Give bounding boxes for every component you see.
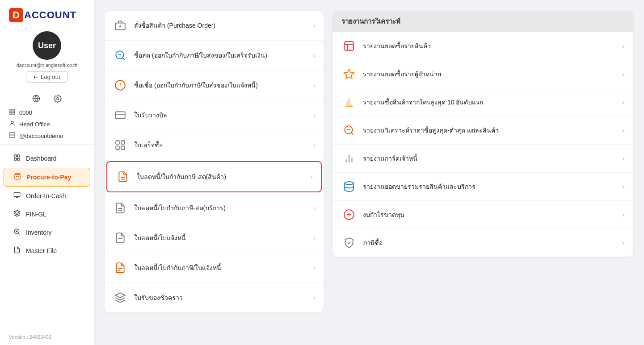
svg-rect-34 — [116, 141, 119, 144]
sidebar-item-label: Master File — [26, 247, 57, 254]
arrow-icon: › — [622, 42, 624, 50]
sidebar-item-dashboard[interactable]: Dashboard — [4, 150, 90, 167]
purchase-order-icon — [113, 18, 128, 33]
svg-rect-32 — [115, 112, 125, 118]
logo-text: ACCOUNT — [24, 9, 76, 21]
svg-point-1 — [57, 98, 59, 100]
credit-note-icon — [113, 230, 128, 245]
report-tax-label: ภาษีซื้อ — [363, 238, 616, 248]
sidebar-item-order-to-cash[interactable]: Order-to-Cash — [4, 187, 90, 205]
arrow-icon: › — [313, 234, 316, 241]
svg-rect-15 — [14, 192, 20, 196]
report-item-supplier-summary[interactable]: รายงานยอดซื้อรายผู้จำหน่าย › — [333, 60, 633, 88]
menu-item-credit-purchase[interactable]: ซื้อเชื่อ (ออกใบกำกับภาษี/ใบส่งของ/ใบแจ้… — [105, 71, 324, 100]
purchase-complete-icon — [113, 137, 128, 153]
purchase-complete-label: ใบเสร็จซื้อ — [134, 140, 307, 150]
arrow-icon: › — [622, 239, 624, 246]
dashboard-icon — [13, 154, 21, 163]
report-item-profit-loss[interactable]: งบกำไรขาดทุน › — [333, 201, 633, 229]
svg-line-52 — [351, 133, 354, 135]
arrow-icon: › — [313, 204, 316, 212]
user-profile-section: User daccount@trianglesoft.co.th ⇠ Log o… — [0, 27, 94, 90]
menu-item-cash-purchase[interactable]: ซื้อสด (ออกใบกำกับภาษี/ใบส่งของ/ใบเสร็จร… — [105, 41, 324, 71]
sidebar-item-master-file[interactable]: Master File — [4, 242, 90, 260]
menu-item-receipt-bill[interactable]: ใบรับวางบิล › — [105, 100, 324, 130]
report-top10-label: รายงานซื้อสินค้าจากใครสูงสุด 10 อันดับแร… — [363, 97, 616, 107]
arrow-icon: › — [313, 52, 316, 59]
arrow-icon: › — [313, 22, 316, 29]
report-supplier-icon — [341, 67, 357, 82]
receipt-bill-icon — [113, 108, 128, 123]
sidebar: D ACCOUNT User daccount@trianglesoft.co.… — [0, 0, 94, 345]
debit-note-product-label: ใบลดหนี้/ใบกำกับภาษี-สด(สินค้า) — [137, 172, 304, 182]
menu-item-temp-receipt[interactable]: ใบรับของชั่วคราว › — [105, 283, 324, 312]
cash-purchase-label: ซื้อสด (ออกใบกำกับภาษี/ใบส่งของ/ใบเสร็จร… — [134, 50, 307, 60]
svg-rect-36 — [116, 146, 119, 150]
sidebar-item-procure-to-pay[interactable]: Procure-to-Pay — [4, 168, 90, 187]
globe-icon-button[interactable] — [30, 92, 42, 105]
inventory-icon — [13, 228, 21, 237]
svg-rect-13 — [17, 158, 20, 160]
report-price-icon — [341, 123, 357, 138]
report-tax-icon — [341, 235, 357, 250]
sidebar-icons-row — [0, 90, 94, 107]
svg-rect-5 — [13, 112, 15, 114]
menu-item-purchase-order[interactable]: สั่งซื้อสินค้า (Purchase Order) › — [105, 11, 324, 41]
svg-rect-12 — [14, 158, 17, 160]
report-item-price-analysis[interactable]: รายงานวิเคราะห์ราคาซื้อสูงสุด-ต่ำสุด แต่… — [333, 116, 633, 145]
debit-note-product-icon — [115, 169, 130, 184]
svg-marker-45 — [115, 293, 125, 298]
report-product-label: รายงานยอดซื้อรายสินค้า — [363, 41, 616, 51]
menu-item-credit-note[interactable]: ใบลดหนี้/ใบแจ้งหนี้ › — [105, 223, 324, 253]
receipt-bill-label: ใบรับวางบิล — [134, 110, 307, 120]
logout-button[interactable]: ⇠ Log out — [26, 71, 67, 83]
branch-code: 0000 — [19, 109, 32, 116]
screen-icon — [13, 191, 21, 200]
menu-item-debit-credit-note[interactable]: ใบลดหนี้/ใบกำกับภาษี/ใบแจ้งหนี้ › — [105, 253, 324, 283]
svg-rect-3 — [13, 109, 15, 111]
svg-marker-49 — [344, 69, 354, 79]
svg-rect-11 — [17, 155, 20, 157]
report-item-product-summary[interactable]: รายงานยอดซื้อรายสินค้า › — [333, 32, 633, 60]
divider — [0, 144, 94, 145]
debit-note-service-icon — [113, 200, 128, 216]
menu-item-debit-note-service[interactable]: ใบลดหนี้/ใบกำกับภาษี-สด(บริการ) › — [105, 193, 324, 223]
sidebar-item-inventory[interactable]: Inventory — [4, 224, 90, 241]
sidebar-item-label: Procure-to-Pay — [26, 174, 71, 181]
report-creditor-label: รายงานการ์ดเจ้าหนี้ — [363, 154, 616, 163]
file-icon — [13, 246, 21, 255]
report-item-sales-product[interactable]: รายงานยอดขายรวมรายสินค้าและบริการ › — [333, 173, 633, 201]
sidebar-item-label: Order-to-Cash — [26, 192, 66, 200]
arrow-icon: › — [622, 127, 624, 134]
debit-credit-note-label: ใบลดหนี้/ใบกำกับภาษี/ใบแจ้งหนี้ — [134, 263, 307, 273]
arrow-icon: › — [622, 211, 624, 218]
arrow-icon: › — [622, 155, 624, 162]
sidebar-item-label: Dashboard — [26, 155, 57, 162]
settings-icon-button[interactable] — [51, 92, 64, 105]
demo-name-row: @daccountdemo — [0, 130, 94, 141]
svg-rect-35 — [121, 141, 125, 144]
sidebar-item-fin-gl[interactable]: FIN-GL — [4, 205, 90, 223]
purchase-order-label: สั่งซื้อสินค้า (Purchase Order) — [134, 21, 307, 30]
arrow-icon: › — [622, 183, 624, 190]
report-item-purchase-tax[interactable]: ภาษีซื้อ › — [333, 229, 633, 257]
sidebar-item-label: FIN-GL — [26, 211, 46, 218]
report-item-top10[interactable]: รายงานซื้อสินค้าจากใครสูงสุด 10 อันดับแร… — [333, 88, 633, 116]
temp-receipt-label: ใบรับของชั่วคราว — [134, 293, 307, 303]
branch-name-row: Head Office — [0, 118, 94, 130]
demo-icon — [9, 132, 16, 140]
sidebar-nav: Dashboard Procure-to-Pay Order-to-Cash F… — [0, 147, 94, 331]
arrow-icon: › — [313, 112, 316, 119]
arrow-icon: › — [622, 71, 624, 78]
menu-item-debit-note-product[interactable]: ใบลดหนี้/ใบกำกับภาษี-สด(สินค้า) › — [106, 161, 322, 192]
reports-panel: รายงานการวิเคราะห์ รายงานยอดซื้อรายสินค้… — [333, 11, 633, 257]
svg-point-6 — [11, 121, 13, 124]
main-content: สั่งซื้อสินค้า (Purchase Order) › ซื้อสด… — [94, 0, 644, 345]
report-sales-label: รายงานยอดขายรวมรายสินค้าและบริการ — [363, 182, 616, 191]
report-top10-icon — [341, 95, 357, 110]
svg-rect-46 — [345, 42, 354, 50]
report-item-creditor-card[interactable]: รายงานการ์ดเจ้าหนี้ › — [333, 145, 633, 173]
logo-d-icon: D — [9, 8, 23, 22]
menu-item-purchase-complete[interactable]: ใบเสร็จซื้อ › — [105, 130, 324, 160]
cart-icon — [13, 173, 22, 182]
